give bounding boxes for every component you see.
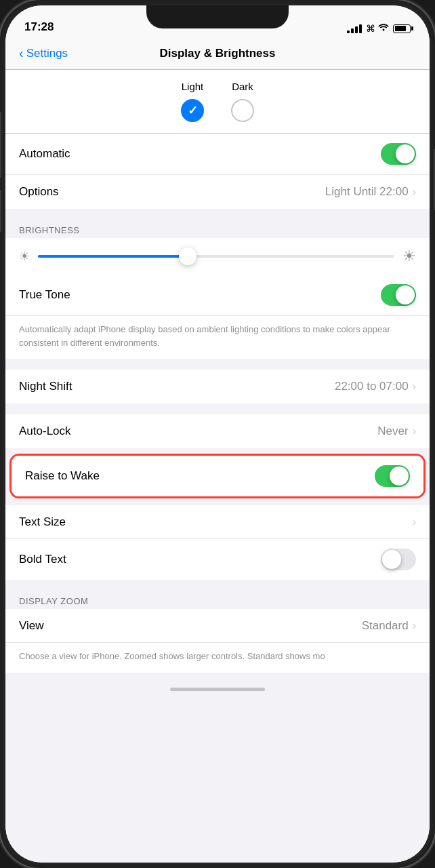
view-chevron-icon: ›	[413, 620, 416, 632]
bold-text-row[interactable]: Bold Text	[5, 539, 430, 580]
scroll-content[interactable]: Light ✓ Dark Automatic	[5, 70, 430, 863]
spacer-1	[5, 214, 430, 220]
raise-to-wake-toggle-thumb	[390, 467, 409, 486]
brightness-group: ☀ ☀ True Tone	[5, 238, 430, 359]
notch	[146, 5, 289, 28]
auto-lock-chevron-icon: ›	[413, 425, 416, 437]
brightness-slider-container[interactable]	[38, 255, 394, 258]
spacer-5	[5, 585, 430, 591]
true-tone-label: True Tone	[19, 288, 381, 302]
light-mode-label: Light	[182, 81, 204, 92]
back-chevron-icon: ‹	[19, 45, 24, 61]
text-size-chevron-icon: ›	[413, 516, 416, 528]
brightness-row[interactable]: ☀ ☀	[5, 238, 430, 275]
view-row[interactable]: View Standard ›	[5, 609, 430, 643]
home-bar	[170, 688, 265, 691]
bold-text-toggle-thumb	[382, 550, 401, 569]
home-indicator	[5, 678, 430, 701]
status-time: 17:28	[24, 20, 54, 35]
night-shift-value: 22:00 to 07:00	[335, 380, 409, 393]
display-zoom-group: View Standard › Choose a view for iPhone…	[5, 609, 430, 673]
spacer-3	[5, 409, 430, 414]
dark-mode-label: Dark	[232, 81, 253, 92]
phone-inner: 17:28 ⌘	[5, 5, 430, 863]
night-shift-row[interactable]: Night Shift 22:00 to 07:00 ›	[5, 370, 430, 403]
mute-switch[interactable]	[0, 112, 1, 139]
automatic-toggle[interactable]	[381, 143, 416, 165]
view-label: View	[19, 619, 362, 633]
raise-to-wake-toggle[interactable]	[375, 465, 410, 487]
automatic-row[interactable]: Automatic	[5, 134, 430, 175]
raise-to-wake-highlighted: Raise to Wake	[9, 454, 426, 498]
auto-lock-row[interactable]: Auto-Lock Never ›	[5, 414, 430, 448]
brightness-slider[interactable]	[38, 255, 394, 258]
battery-fill	[395, 26, 407, 31]
bold-text-toggle[interactable]	[381, 549, 416, 570]
auto-lock-group: Auto-Lock Never ›	[5, 414, 430, 448]
true-tone-toggle[interactable]	[381, 284, 416, 306]
status-icons: ⌘	[347, 23, 411, 35]
raise-to-wake-label: Raise to Wake	[25, 469, 375, 483]
night-shift-chevron-icon: ›	[413, 380, 416, 393]
battery-icon	[393, 24, 411, 33]
brightness-thumb	[179, 248, 196, 265]
page-title: Display & Brightness	[119, 47, 317, 60]
back-button[interactable]: ‹ Settings	[19, 46, 119, 61]
brightness-header: BRIGHTNESS	[5, 220, 430, 238]
bold-text-label: Bold Text	[19, 553, 381, 566]
options-value: Light Until 22:00	[325, 185, 409, 199]
signal-bar-3	[355, 26, 358, 33]
view-description: Choose a view for iPhone. Zoomed shows l…	[5, 643, 430, 673]
view-value: Standard	[362, 619, 409, 633]
light-mode-option[interactable]: Light ✓	[181, 81, 204, 122]
spacer-2	[5, 364, 430, 370]
automatic-label: Automatic	[19, 147, 381, 161]
display-zoom-header: DISPLAY ZOOM	[5, 591, 430, 609]
raise-to-wake-row[interactable]: Raise to Wake	[12, 456, 423, 496]
auto-lock-value: Never	[377, 425, 408, 438]
screen: 17:28 ⌘	[5, 5, 430, 863]
automatic-group: Automatic Options Light Until 22:00 ›	[5, 134, 430, 209]
brightness-fill	[38, 255, 188, 258]
auto-lock-label: Auto-Lock	[19, 425, 377, 438]
volume-down-button[interactable]	[0, 190, 1, 232]
light-mode-selector[interactable]: ✓	[181, 99, 204, 122]
true-tone-row[interactable]: True Tone	[5, 275, 430, 316]
options-row[interactable]: Options Light Until 22:00 ›	[5, 175, 430, 209]
signal-bars	[347, 24, 362, 33]
sun-small-icon: ☀	[19, 249, 30, 264]
options-label: Options	[19, 185, 325, 199]
nav-bar: ‹ Settings Display & Brightness	[5, 39, 430, 70]
signal-bar-1	[347, 31, 350, 33]
dark-mode-option[interactable]: Dark	[231, 81, 254, 122]
volume-up-button[interactable]	[0, 136, 1, 178]
text-size-row[interactable]: Text Size ›	[5, 505, 430, 539]
true-tone-toggle-thumb	[396, 285, 415, 304]
true-tone-description: Automatically adapt iPhone display based…	[5, 316, 430, 359]
spacer-4	[5, 500, 430, 505]
text-group: Text Size › Bold Text	[5, 505, 430, 580]
checkmark-icon: ✓	[188, 103, 198, 118]
dark-mode-selector[interactable]	[231, 99, 254, 122]
sun-large-icon: ☀	[402, 248, 416, 265]
signal-bar-2	[351, 28, 354, 33]
options-chevron-icon: ›	[413, 186, 416, 198]
appearance-section: Light ✓ Dark	[5, 70, 430, 134]
phone-frame: 17:28 ⌘	[0, 0, 435, 868]
night-shift-label: Night Shift	[19, 380, 335, 393]
signal-bar-4	[359, 24, 362, 33]
wifi-icon: ⌘	[366, 23, 389, 34]
night-shift-group: Night Shift 22:00 to 07:00 ›	[5, 370, 430, 403]
back-label: Settings	[26, 47, 68, 60]
automatic-toggle-thumb	[396, 144, 415, 163]
text-size-label: Text Size	[19, 515, 413, 529]
